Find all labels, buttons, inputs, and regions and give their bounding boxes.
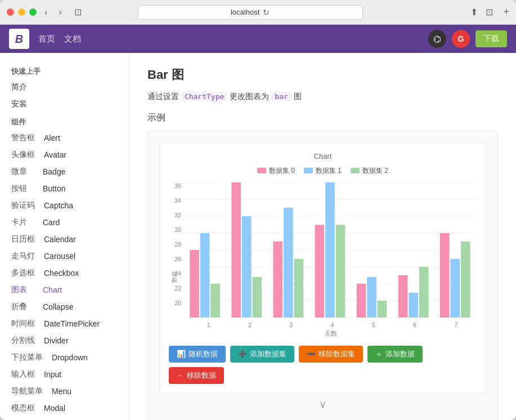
svg-rect-9 bbox=[190, 250, 200, 318]
svg-rect-14 bbox=[253, 277, 262, 318]
maximize-button[interactable] bbox=[29, 8, 37, 16]
navbar-right: ⌬ G 下载 bbox=[428, 30, 507, 48]
svg-rect-29 bbox=[461, 242, 470, 318]
add-button[interactable]: + bbox=[503, 6, 509, 18]
add-data-button[interactable]: ＋ 添加数据 bbox=[367, 346, 423, 363]
chart-legend: 数据集 0 数据集 1 数据集 2 bbox=[169, 166, 477, 176]
svg-rect-15 bbox=[273, 242, 283, 318]
svg-rect-12 bbox=[232, 182, 241, 318]
sidebar-item-intro[interactable]: 简介 bbox=[0, 79, 129, 96]
sidebar-item-datetimepicker[interactable]: 时间框 DateTimePicker bbox=[0, 315, 129, 332]
legend-label-2: 数据集 2 bbox=[362, 166, 388, 176]
legend-item-0: 数据集 0 bbox=[257, 166, 295, 176]
sidebar-item-avatar[interactable]: 头像框 Avatar bbox=[0, 146, 129, 163]
content-area: Bar 图 通过设置 ChartType 更改图表为 bar 图 示例 Char… bbox=[129, 53, 516, 420]
svg-rect-26 bbox=[419, 267, 429, 318]
sidebar-item-chart[interactable]: 图表 Chart bbox=[0, 282, 129, 298]
sidebar-item-captcha[interactable]: 验证码 Captcha bbox=[0, 197, 129, 214]
y-axis-labels: 36 34 32 30 28 26 24 22 20 bbox=[174, 182, 185, 318]
random-data-button[interactable]: 📊 随机数据 bbox=[169, 346, 226, 363]
svg-rect-27 bbox=[440, 233, 450, 318]
sidebar-item-badge[interactable]: 微章 Badge bbox=[0, 163, 129, 180]
sidebar-item-nav[interactable]: 导航栏 Nav bbox=[0, 417, 129, 420]
chart-title: Chart bbox=[169, 152, 477, 160]
forward-button[interactable]: › bbox=[55, 6, 65, 19]
sidebar-item-calendar[interactable]: 日历框 Calendar bbox=[0, 231, 129, 248]
legend-color-0 bbox=[257, 168, 266, 173]
g-icon: G bbox=[458, 34, 464, 43]
window-icon: ⊡ bbox=[74, 7, 82, 17]
svg-rect-23 bbox=[378, 301, 387, 318]
new-tab-button[interactable]: ⊡ bbox=[482, 6, 496, 19]
sidebar-item-button[interactable]: 按钮 Button bbox=[0, 180, 129, 197]
legend-label-1: 数据集 1 bbox=[316, 166, 342, 176]
svg-rect-24 bbox=[398, 275, 408, 318]
nav-link-docs[interactable]: 文档 bbox=[64, 34, 81, 44]
sidebar-section-quick: 快速上手 bbox=[0, 62, 129, 79]
main-layout: 快速上手 简介 安装 组件 警告框 Alert 头像框 Avatar 微章 Ba… bbox=[0, 53, 516, 420]
sidebar-item-install[interactable]: 安装 bbox=[0, 96, 129, 113]
url-text: localhost bbox=[231, 8, 259, 16]
remove-icon: － bbox=[177, 370, 184, 381]
sidebar-section-components: 组件 bbox=[0, 113, 129, 129]
chart-inner: 1 2 3 4 5 6 7 天数 bbox=[185, 182, 477, 338]
share-button[interactable]: ⬆ bbox=[470, 7, 478, 17]
svg-rect-28 bbox=[451, 259, 460, 318]
bar-chart-description: 通过设置 ChartType 更改图表为 bar 图 bbox=[147, 90, 498, 103]
minus-icon: ➖ bbox=[307, 350, 316, 358]
charttype-code: ChartType bbox=[181, 92, 227, 101]
github-button[interactable]: ⌬ bbox=[428, 30, 446, 48]
legend-label-0: 数据集 0 bbox=[269, 166, 295, 176]
github-icon: ⌬ bbox=[433, 34, 441, 44]
collapse-indicator[interactable]: ∨ bbox=[159, 398, 486, 410]
bar-chart-example: Chart 数据集 0 数据集 1 数据集 2 bbox=[147, 131, 498, 420]
download-button[interactable]: 下载 bbox=[475, 30, 507, 47]
svg-rect-19 bbox=[325, 182, 335, 318]
remove-dataset-button[interactable]: ➖ 移除数据集 bbox=[299, 346, 363, 363]
svg-rect-11 bbox=[211, 284, 221, 318]
svg-rect-17 bbox=[294, 259, 304, 318]
legend-color-1 bbox=[304, 168, 313, 173]
navbar: B 首页 文档 ⌬ G 下载 bbox=[0, 25, 516, 53]
sidebar-item-alert[interactable]: 警告框 Alert bbox=[0, 129, 129, 146]
bar-chart-svg bbox=[185, 182, 477, 318]
google-button[interactable]: G bbox=[452, 30, 470, 48]
sidebar-item-modal[interactable]: 模态框 Modal bbox=[0, 400, 129, 417]
svg-rect-18 bbox=[315, 225, 325, 318]
svg-rect-21 bbox=[357, 284, 366, 318]
x-axis-labels: 1 2 3 4 5 6 7 bbox=[185, 321, 477, 328]
remove-data-button[interactable]: － 移除数据 bbox=[169, 367, 224, 384]
svg-rect-20 bbox=[336, 225, 346, 318]
brand-logo[interactable]: B bbox=[9, 29, 29, 49]
sidebar-item-checkbox[interactable]: 多选框 Checkbox bbox=[0, 265, 129, 282]
legend-item-2: 数据集 2 bbox=[351, 166, 388, 176]
sidebar-item-dropdown[interactable]: 下拉菜单 Dropdown bbox=[0, 349, 129, 366]
chart-icon: 📊 bbox=[177, 350, 186, 358]
legend-color-2 bbox=[351, 168, 360, 173]
minimize-button[interactable] bbox=[18, 8, 25, 16]
sidebar-item-card[interactable]: 卡片 Card bbox=[0, 214, 129, 231]
x-axis-title: 天数 bbox=[185, 329, 477, 338]
legend-item-1: 数据集 1 bbox=[304, 166, 342, 176]
url-bar[interactable]: localhost ↻ bbox=[138, 5, 363, 20]
bar-chart-title: Bar 图 bbox=[147, 66, 498, 83]
chart-container: Chart 数据集 0 数据集 1 数据集 2 bbox=[159, 142, 486, 394]
add-icon: ＋ bbox=[375, 349, 383, 359]
chart-buttons: 📊 随机数据 ➕ 添加数据集 ➖ 移除数据集 ＋ bbox=[169, 346, 477, 384]
nav-link-home[interactable]: 首页 bbox=[38, 34, 55, 44]
refresh-button[interactable]: ↻ bbox=[263, 8, 270, 17]
titlebar: ‹ › ⊡ localhost ↻ ⬆ ⊡ + bbox=[0, 0, 516, 25]
add-dataset-button[interactable]: ➕ 添加数据集 bbox=[230, 346, 294, 363]
close-button[interactable] bbox=[7, 8, 14, 16]
sidebar-item-menu[interactable]: 导航菜单 Menu bbox=[0, 383, 129, 400]
sidebar-item-collapse[interactable]: 折叠 Collapse bbox=[0, 298, 129, 315]
svg-rect-22 bbox=[367, 277, 376, 318]
plus-icon: ➕ bbox=[238, 350, 247, 358]
svg-rect-16 bbox=[284, 208, 293, 318]
sidebar-item-input[interactable]: 输入框 Input bbox=[0, 366, 129, 383]
y-axis-title: 数值 bbox=[170, 271, 178, 283]
sidebar-item-divider[interactable]: 分割线 Divider bbox=[0, 332, 129, 349]
sidebar-item-carousel[interactable]: 走马灯 Carousel bbox=[0, 248, 129, 265]
back-button[interactable]: ‹ bbox=[41, 6, 51, 19]
traffic-lights bbox=[7, 8, 37, 16]
